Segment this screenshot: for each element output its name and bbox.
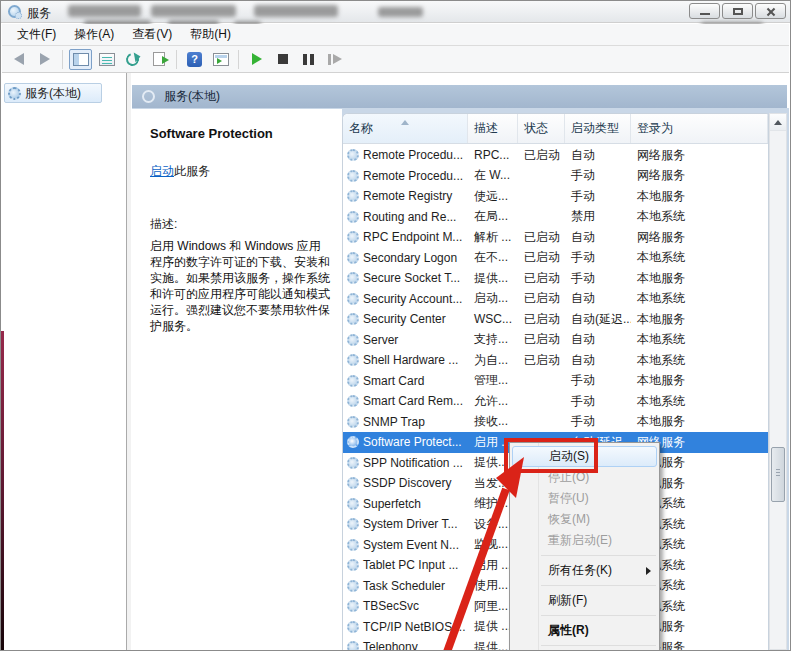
- table-row[interactable]: Routing and Re...在局...禁用本地系统: [343, 207, 768, 228]
- restart-service-button[interactable]: [323, 49, 346, 70]
- table-row[interactable]: Server支持...已启动自动本地系统: [343, 330, 768, 351]
- service-gear-icon: [347, 272, 359, 284]
- forward-arrow-icon: [40, 53, 50, 65]
- vertical-scrollbar[interactable]: [769, 113, 787, 650]
- start-service-link[interactable]: 启动: [150, 164, 174, 178]
- annotation-box: [504, 438, 598, 473]
- service-name: TBSecSvc: [363, 599, 419, 613]
- services-gear-icon: [8, 87, 21, 100]
- menu-resume[interactable]: 恢复(M): [510, 509, 659, 530]
- service-startup: 自动: [565, 331, 631, 348]
- action-menu[interactable]: 操作(A): [65, 24, 123, 45]
- menu-refresh[interactable]: 刷新(F): [510, 590, 659, 611]
- service-startup: 自动(延迟...: [565, 311, 631, 328]
- play-icon: [252, 53, 262, 65]
- service-gear-icon: [347, 580, 359, 592]
- service-gear-icon: [347, 375, 359, 387]
- maximize-icon: [733, 8, 743, 15]
- table-row[interactable]: Remote Procedu...RPC...已启动自动网络服务: [343, 145, 768, 166]
- redacted-text: [378, 7, 423, 17]
- service-name: Security Center: [363, 312, 446, 326]
- export-list-button[interactable]: [147, 49, 170, 70]
- service-startup: 禁用: [565, 208, 631, 225]
- service-name: Smart Card Rem...: [363, 394, 463, 408]
- service-name-cell: Server: [343, 333, 468, 347]
- list-header: 名称描述状态启动类型登录为: [343, 114, 768, 144]
- service-name: Remote Registry: [363, 189, 452, 203]
- service-gear-icon: [347, 621, 359, 633]
- service-status: 已启动: [518, 311, 565, 328]
- column-header-2[interactable]: 状态: [518, 114, 565, 143]
- service-startup: 手动: [565, 167, 631, 184]
- scroll-up-button[interactable]: [770, 114, 786, 131]
- table-row[interactable]: Secondary Logon在不...已启动手动本地系统: [343, 248, 768, 269]
- table-row[interactable]: RPC Endpoint M...解析 ...已启动自动网络服务: [343, 227, 768, 248]
- scrollbar-thumb[interactable]: [771, 447, 785, 502]
- menu-separator: [541, 585, 656, 586]
- help-menu[interactable]: 帮助(H): [181, 24, 240, 45]
- column-header-3[interactable]: 启动类型: [565, 114, 631, 143]
- service-name: TCP/IP NetBIOS ...: [363, 620, 465, 634]
- service-name: Secure Socket T...: [363, 271, 460, 285]
- menu-properties[interactable]: 属性(R): [510, 620, 659, 641]
- service-startup: 手动: [565, 249, 631, 266]
- table-row[interactable]: Remote Procedu...在 W...手动网络服务: [343, 166, 768, 187]
- service-gear-icon: [347, 641, 359, 650]
- tree-item-services-local[interactable]: 服务(本地): [4, 83, 102, 103]
- minimize-button[interactable]: [689, 3, 720, 19]
- table-row[interactable]: Security CenterWSC...已启动自动(延迟...本地服务: [343, 309, 768, 330]
- table-row[interactable]: Remote Registry使远...手动本地服务: [343, 186, 768, 207]
- selected-service-name: Software Protection: [150, 126, 328, 141]
- pause-service-button[interactable]: [297, 49, 320, 70]
- table-row[interactable]: Security Account...启动...已启动自动本地系统: [343, 289, 768, 310]
- view-menu[interactable]: 查看(V): [123, 24, 181, 45]
- menu-restart[interactable]: 重新启动(E): [510, 530, 659, 551]
- close-button[interactable]: [755, 3, 786, 19]
- service-name: SSDP Discovery: [363, 476, 451, 490]
- forward-button[interactable]: [33, 49, 56, 70]
- menu-pause[interactable]: 暂停(U): [510, 488, 659, 509]
- service-startup: 手动: [565, 188, 631, 205]
- service-gear-icon: [347, 559, 359, 571]
- menu-separator: [541, 645, 656, 646]
- service-startup: 手动: [565, 372, 631, 389]
- restart-icon: [328, 54, 342, 65]
- table-row[interactable]: Smart Card Rem...允许...手动本地系统: [343, 391, 768, 412]
- refresh-button[interactable]: [121, 49, 144, 70]
- service-gear-icon: [347, 354, 359, 366]
- properties-button[interactable]: [95, 49, 118, 70]
- service-status: 已启动: [518, 229, 565, 246]
- service-gear-icon: [347, 334, 359, 346]
- table-row[interactable]: SNMP Trap接收...手动本地服务: [343, 412, 768, 433]
- file-menu[interactable]: 文件(F): [8, 24, 65, 45]
- service-gear-icon: [347, 395, 359, 407]
- maximize-button[interactable]: [722, 3, 753, 19]
- column-header-4[interactable]: 登录为: [631, 114, 768, 143]
- service-desc: 提供...: [468, 270, 518, 287]
- stop-service-button[interactable]: [271, 49, 294, 70]
- service-name: SNMP Trap: [363, 415, 425, 429]
- back-button[interactable]: [7, 49, 30, 70]
- extended-view-button[interactable]: [209, 49, 232, 70]
- help-button[interactable]: ?: [183, 49, 206, 70]
- window-controls: [689, 3, 786, 19]
- service-name-cell: Security Account...: [343, 292, 468, 306]
- table-row[interactable]: Shell Hardware ...为自...已启动自动本地系统: [343, 350, 768, 371]
- service-gear-icon: [347, 149, 359, 161]
- panel-content: Software Protection 启动此服务 描述: 启用 Windows…: [132, 108, 789, 650]
- service-startup: 自动: [565, 229, 631, 246]
- start-service-button[interactable]: [245, 49, 268, 70]
- table-row[interactable]: Secure Socket T...提供...已启动手动本地服务: [343, 268, 768, 289]
- column-header-1[interactable]: 描述: [468, 114, 518, 143]
- service-startup: 手动: [565, 393, 631, 410]
- service-name: Tablet PC Input ...: [363, 558, 458, 572]
- service-gear-icon: [347, 457, 359, 469]
- service-startup: 自动: [565, 147, 631, 164]
- column-header-0[interactable]: 名称: [343, 114, 468, 143]
- service-gear-icon: [347, 477, 359, 489]
- menu-all-tasks[interactable]: 所有任务(K): [510, 560, 659, 581]
- console-tree-button[interactable]: [69, 49, 92, 70]
- service-desc: 在局...: [468, 208, 518, 225]
- service-startup: 手动: [565, 270, 631, 287]
- table-row[interactable]: Smart Card管理...手动本地服务: [343, 371, 768, 392]
